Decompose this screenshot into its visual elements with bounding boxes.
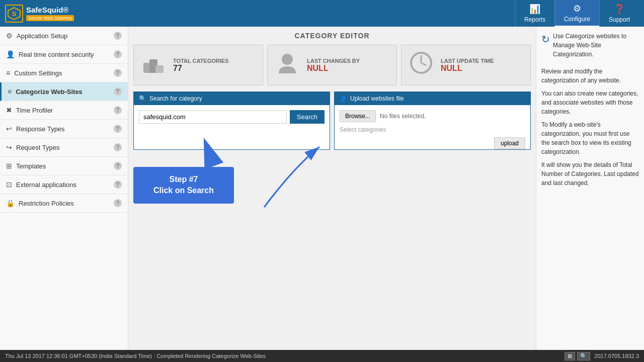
help-icon-request-types: ? bbox=[114, 143, 122, 151]
select-categories-text: Select categories bbox=[340, 126, 525, 133]
step-line1: Step #7 bbox=[144, 174, 223, 185]
statusbar-icon-grid[interactable]: ⊞ bbox=[565, 352, 575, 360]
sidebar-item-time-profiler[interactable]: ✖ Time Profiler ? bbox=[0, 101, 128, 120]
last-changes-icon bbox=[275, 50, 300, 80]
upload-header-icon: 👤 bbox=[340, 95, 347, 102]
help-icon-application-setup: ? bbox=[114, 32, 122, 40]
statusbar-icons: ⊞ 🔍 bbox=[565, 352, 590, 360]
custom-settings-icon: ≡ bbox=[6, 69, 10, 77]
tooltip-panel: ↻ Use Categorize websites to Manage Web-… bbox=[536, 27, 644, 350]
request-types-icon: ↪ bbox=[6, 143, 12, 151]
total-categories-label: TOTAL CATEGORIES bbox=[173, 58, 228, 64]
step-line2: Click on Search bbox=[144, 185, 223, 196]
content-area: CATEGORY EDITOR TOTAL CATEGORIES 77 bbox=[128, 27, 536, 350]
response-types-icon: ↩ bbox=[6, 125, 12, 133]
help-icon-custom-settings: ? bbox=[114, 69, 122, 77]
reports-button[interactable]: 📊 Reports bbox=[515, 0, 554, 27]
main-layout: ⚙ Application Setup ? 👤 Real time conten… bbox=[0, 27, 644, 350]
application-setup-icon: ⚙ bbox=[6, 32, 13, 40]
help-icon-restriction-policies: ? bbox=[114, 199, 122, 207]
configure-button[interactable]: ⚙ Configure bbox=[554, 0, 599, 27]
last-update-value: NULL bbox=[441, 64, 494, 73]
help-icon-real-time-content: ? bbox=[114, 50, 122, 58]
sidebar-item-categorize-web-sites[interactable]: ≡ Categorize Web-Sites ? bbox=[0, 82, 128, 101]
svg-point-5 bbox=[282, 54, 293, 65]
tooltip-paragraph-1: Use Categorize websites to Manage Web-Si… bbox=[553, 32, 639, 59]
upload-panel: 👤 Upload websites file Browse... No file… bbox=[334, 92, 531, 150]
tooltip-paragraph-4: To Modify a web-site's categorization, y… bbox=[541, 120, 639, 156]
last-changes-value: NULL bbox=[307, 64, 360, 73]
search-panel: 🔍 Search for category Search bbox=[133, 92, 330, 150]
statusbar: Thu Jul 13 2017 12:36:01 GMT+0530 (India… bbox=[0, 350, 644, 362]
refresh-icon[interactable]: ↻ bbox=[541, 32, 550, 47]
top-nav-actions: 📊 Reports ⚙ Configure ❓ Support bbox=[515, 0, 639, 27]
content-wrapper: CATEGORY EDITOR TOTAL CATEGORIES 77 bbox=[128, 27, 644, 350]
search-input[interactable] bbox=[139, 110, 287, 124]
sidebar-item-templates[interactable]: ⊞ Templates ? bbox=[0, 157, 128, 175]
stat-last-changes-by: LAST CHANGES BY NULL bbox=[267, 45, 397, 85]
sidebar: ⚙ Application Setup ? 👤 Real time conten… bbox=[0, 27, 128, 350]
last-update-icon bbox=[409, 50, 434, 80]
categorize-icon: ≡ bbox=[8, 87, 12, 96]
tooltip-paragraph-3: You can also create new categories, and … bbox=[541, 89, 639, 116]
svg-text:S: S bbox=[12, 10, 17, 18]
support-icon: ❓ bbox=[614, 4, 625, 15]
sidebar-item-application-setup[interactable]: ⚙ Application Setup ? bbox=[0, 27, 128, 45]
no-file-text: No files selected. bbox=[380, 113, 426, 120]
search-panel-header: 🔍 Search for category bbox=[134, 92, 330, 105]
time-profiler-icon: ✖ bbox=[6, 106, 12, 114]
tooltip-paragraph-2: Review and modify the categorization of … bbox=[541, 67, 639, 85]
browse-row: Browse... No files selected. bbox=[340, 110, 525, 122]
logo-text: SafeSquid® bbox=[26, 6, 74, 14]
sidebar-item-custom-settings[interactable]: ≡ Custom Settings ? bbox=[0, 64, 128, 82]
help-icon-external-applications: ? bbox=[114, 180, 122, 189]
help-icon-templates: ? bbox=[114, 162, 122, 170]
upload-button[interactable]: upload bbox=[494, 137, 525, 149]
external-applications-icon: ⊡ bbox=[6, 180, 12, 189]
sidebar-item-restriction-policies[interactable]: 🔒 Restriction Policies ? bbox=[0, 194, 128, 213]
upload-panel-header: 👤 Upload websites file bbox=[335, 92, 530, 105]
total-categories-value: 77 bbox=[173, 64, 228, 73]
svg-line-8 bbox=[421, 63, 426, 65]
search-row: Search bbox=[139, 110, 325, 124]
support-button[interactable]: ❓ Support bbox=[599, 0, 639, 27]
restriction-policies-icon: 🔒 bbox=[6, 199, 15, 207]
help-icon-categorize: ? bbox=[114, 87, 122, 96]
tooltip-paragraph-5: It will show you the details of Total Nu… bbox=[541, 160, 639, 188]
help-icon-time-profiler: ? bbox=[114, 106, 122, 114]
stat-total-categories: TOTAL CATEGORIES 77 bbox=[133, 45, 263, 85]
sidebar-item-real-time-content[interactable]: 👤 Real time content security ? bbox=[0, 45, 128, 64]
help-icon-response-types: ? bbox=[114, 125, 122, 133]
action-row: 🔍 Search for category Search 👤 Uplo bbox=[133, 92, 531, 150]
sidebar-item-request-types[interactable]: ↪ Request Types ? bbox=[0, 138, 128, 157]
sidebar-item-external-applications[interactable]: ⊡ External applications ? bbox=[0, 175, 128, 194]
search-header-icon: 🔍 bbox=[139, 95, 146, 102]
page-title: CATEGORY EDITOR bbox=[133, 32, 531, 40]
logo-icon: S bbox=[5, 5, 23, 23]
last-changes-label: LAST CHANGES BY bbox=[307, 58, 360, 64]
stats-row: TOTAL CATEGORIES 77 LAST CHANGES BY N bbox=[133, 45, 531, 85]
configure-icon: ⚙ bbox=[573, 3, 581, 14]
reports-icon: 📊 bbox=[529, 4, 540, 15]
logo-sub: Secure Web Gateway bbox=[26, 15, 74, 21]
browse-button[interactable]: Browse... bbox=[340, 110, 376, 122]
step-annotation: Step #7 Click on Search bbox=[133, 167, 234, 204]
statusbar-version: 2017.0705.1832.3 bbox=[594, 353, 639, 359]
top-navigation: S SafeSquid® Secure Web Gateway 📊 Report… bbox=[0, 0, 644, 27]
statusbar-icon-search[interactable]: 🔍 bbox=[577, 352, 590, 360]
total-categories-icon bbox=[141, 50, 166, 80]
search-button[interactable]: Search bbox=[290, 110, 325, 124]
real-time-content-icon: 👤 bbox=[6, 50, 15, 58]
svg-rect-4 bbox=[155, 65, 164, 73]
logo: S SafeSquid® Secure Web Gateway bbox=[5, 5, 74, 23]
statusbar-text: Thu Jul 13 2017 12:36:01 GMT+0530 (India… bbox=[5, 353, 266, 359]
last-update-label: LAST UPDATE TIME bbox=[441, 58, 494, 64]
stat-last-update-time: LAST UPDATE TIME NULL bbox=[401, 45, 531, 85]
sidebar-item-response-types[interactable]: ↩ Response Types ? bbox=[0, 120, 128, 138]
statusbar-right: ⊞ 🔍 2017.0705.1832.3 bbox=[565, 352, 639, 360]
templates-icon: ⊞ bbox=[6, 162, 12, 170]
